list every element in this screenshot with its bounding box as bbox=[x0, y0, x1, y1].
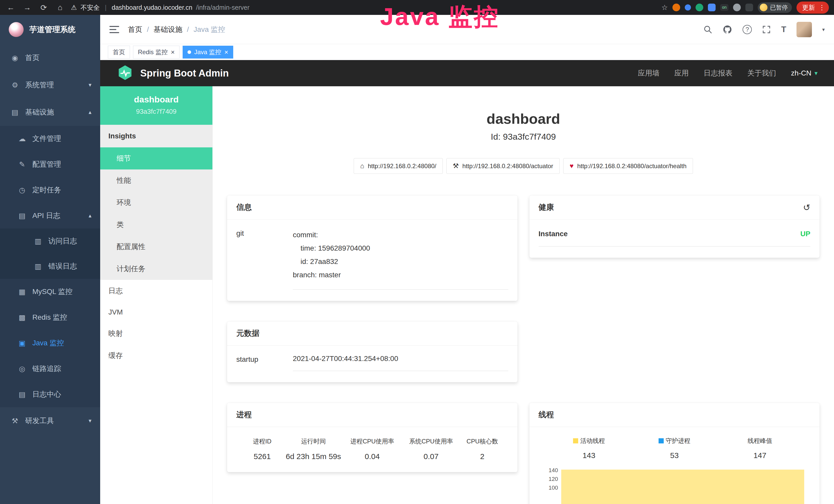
sidebar-item-trace[interactable]: ◎ 链路追踪 bbox=[0, 356, 100, 382]
sidebar-item-java-monitor[interactable]: ▣ Java 监控 bbox=[0, 330, 100, 356]
help-icon[interactable]: ? bbox=[743, 25, 752, 34]
user-avatar[interactable] bbox=[796, 22, 812, 37]
github-icon[interactable] bbox=[723, 25, 732, 35]
sba-locale-select[interactable]: zh-CN ▾ bbox=[791, 69, 817, 77]
browser-back-icon[interactable]: ← bbox=[5, 3, 17, 12]
metadata-card-title: 元数据 bbox=[236, 328, 259, 339]
chevron-up-icon: ▴ bbox=[89, 212, 91, 219]
search-icon[interactable] bbox=[704, 25, 712, 34]
sidebar-item-error-logs[interactable]: ▥ 错误日志 bbox=[0, 254, 100, 279]
main-column: 首页 / 基础设施 / Java 监控 ? bbox=[100, 15, 834, 504]
instance-health-link[interactable]: ♥ http://192.168.0.2:48080/actuator/heal… bbox=[563, 158, 693, 174]
y-axis-tick: 140 bbox=[543, 467, 558, 474]
tab-redis-monitor[interactable]: Redis 监控 × bbox=[133, 46, 179, 59]
sba-instance-header[interactable]: dashboard 93a3fc7f7409 bbox=[100, 86, 213, 125]
sba-menu-environment[interactable]: 环境 bbox=[100, 191, 213, 214]
bookmark-star-icon[interactable]: ☆ bbox=[661, 3, 668, 12]
metric-value: 0.07 bbox=[402, 452, 461, 461]
browser-forward-icon[interactable]: → bbox=[22, 3, 33, 12]
browser-home-icon[interactable]: ⌂ bbox=[54, 3, 66, 12]
update-label: 更新 bbox=[802, 3, 815, 12]
instance-home-link[interactable]: ⌂ http://192.168.0.2:48080/ bbox=[354, 158, 443, 174]
extension-icon-gray[interactable] bbox=[733, 4, 741, 11]
app-logo[interactable]: 芋道管理系统 bbox=[0, 15, 100, 44]
sba-menu-caches[interactable]: 缓存 bbox=[100, 345, 213, 367]
extension-icon-on-badge[interactable]: on bbox=[720, 4, 728, 11]
instance-links: ⌂ http://192.168.0.2:48080/ ⚒ http://192… bbox=[227, 158, 820, 174]
tab-label: Redis 监控 bbox=[138, 48, 168, 56]
sba-menu-mappings[interactable]: 映射 bbox=[100, 322, 213, 345]
breadcrumb-home[interactable]: 首页 bbox=[128, 25, 142, 35]
extensions-puzzle-icon[interactable] bbox=[745, 4, 753, 11]
sba-menu-logs[interactable]: 日志 bbox=[100, 280, 213, 302]
fullscreen-icon[interactable] bbox=[762, 25, 771, 34]
sba-content: dashboard Id: 93a3fc7f7409 ⌂ http://192.… bbox=[213, 86, 834, 504]
sidebar-item-system-management[interactable]: ⚙ 系统管理 ▾ bbox=[0, 71, 100, 98]
browser-profile-chip[interactable]: 已暂停 bbox=[758, 2, 792, 13]
sidebar-item-log-center[interactable]: ▤ 日志中心 bbox=[0, 382, 100, 407]
sba-nav-journal[interactable]: 日志报表 bbox=[704, 68, 732, 78]
sidebar-item-infrastructure[interactable]: ▤ 基础设施 ▴ bbox=[0, 98, 100, 126]
sba-logo-icon[interactable] bbox=[117, 64, 134, 82]
sba-nav-applications[interactable]: 应用 bbox=[675, 68, 689, 78]
close-icon[interactable]: × bbox=[171, 49, 175, 55]
tab-java-monitor[interactable]: Java 监控 × bbox=[183, 46, 233, 59]
sidebar-item-mysql-monitor[interactable]: ▦ MySQL 监控 bbox=[0, 279, 100, 304]
sidebar-item-label: Java 监控 bbox=[32, 338, 64, 348]
extension-icon-green-circle[interactable] bbox=[696, 4, 703, 11]
sba-menu-performance[interactable]: 性能 bbox=[100, 169, 213, 191]
sba-nav-about[interactable]: 关于我们 bbox=[747, 68, 776, 78]
sba-menu-details[interactable]: 细节 bbox=[100, 147, 213, 169]
close-icon[interactable]: × bbox=[224, 49, 228, 55]
sba-nav-wallboard[interactable]: 应用墙 bbox=[638, 68, 660, 78]
extension-icon-blue-drop[interactable] bbox=[685, 4, 691, 10]
legend-label: 守护进程 bbox=[666, 437, 690, 445]
app-sidebar: 芋道管理系统 ◉ 首页 ⚙ 系统管理 ▾ ▤ 基础设施 ▴ ☁ bbox=[0, 15, 100, 504]
y-axis-tick: 100 bbox=[543, 484, 558, 491]
sba-menu-scheduled-tasks[interactable]: 计划任务 bbox=[100, 258, 213, 280]
sba-brand-title[interactable]: Spring Boot Admin bbox=[140, 68, 229, 79]
sidebar-item-access-logs[interactable]: ▥ 访问日志 bbox=[0, 229, 100, 254]
history-icon[interactable]: ↺ bbox=[803, 202, 811, 212]
log-center-icon: ▤ bbox=[18, 390, 27, 399]
sidebar-item-home[interactable]: ◉ 首页 bbox=[0, 44, 100, 71]
app-title: 芋道管理系统 bbox=[29, 24, 75, 35]
sidebar-item-scheduled-jobs[interactable]: ◷ 定时任务 bbox=[0, 177, 100, 203]
sba-menu-config-props[interactable]: 配置属性 bbox=[100, 236, 213, 258]
sidebar-item-dev-tools[interactable]: ⚒ 研发工具 ▾ bbox=[0, 407, 100, 434]
browser-address-bar[interactable]: ⚠ 不安全 | dashboard.yudao.iocoder.cn/infra… bbox=[71, 3, 656, 12]
eye-icon: ◎ bbox=[18, 365, 27, 373]
health-card-title: 健康 bbox=[539, 202, 554, 212]
browser-reload-icon[interactable]: ⟳ bbox=[38, 3, 49, 12]
legend-daemon-threads: 守护进程 53 bbox=[632, 437, 717, 460]
sba-menu-jvm[interactable]: JVM bbox=[100, 302, 213, 322]
instance-actuator-link[interactable]: ⚒ http://192.168.0.2:48080/actuator bbox=[446, 158, 560, 174]
sidebar-item-file-management[interactable]: ☁ 文件管理 bbox=[0, 126, 100, 152]
browser-update-button[interactable]: 更新 ⋮ bbox=[796, 2, 829, 14]
metric-label: 系统CPU使用率 bbox=[402, 437, 461, 445]
chart-plot-area bbox=[561, 468, 805, 504]
sidebar-item-redis-monitor[interactable]: ▩ Redis 监控 bbox=[0, 304, 100, 330]
chevron-up-icon: ▴ bbox=[89, 109, 91, 116]
hamburger-menu-icon[interactable] bbox=[109, 26, 119, 33]
extension-icon-orange[interactable] bbox=[673, 4, 680, 11]
extension-icon-blue-grid[interactable] bbox=[708, 4, 716, 11]
git-id-line: id: 27aa832 bbox=[293, 255, 508, 268]
kebab-menu-icon[interactable]: ⋮ bbox=[818, 4, 825, 12]
tab-label: Java 监控 bbox=[194, 48, 221, 56]
font-size-icon[interactable]: T bbox=[781, 25, 786, 34]
instance-id-line: Id: 93a3fc7f7409 bbox=[227, 132, 820, 142]
sidebar-item-label: 定时任务 bbox=[32, 185, 61, 195]
edit-icon: ✎ bbox=[18, 160, 27, 169]
breadcrumb-current: Java 监控 bbox=[194, 25, 225, 35]
breadcrumb-infrastructure[interactable]: 基础设施 bbox=[154, 25, 182, 35]
sidebar-item-api-logs[interactable]: ▤ API 日志 ▴ bbox=[0, 203, 100, 229]
sidebar-item-label: 系统管理 bbox=[25, 80, 54, 90]
locale-label: zh-CN bbox=[791, 69, 811, 77]
tab-home[interactable]: 首页 bbox=[108, 46, 130, 59]
sidebar-item-label: 基础设施 bbox=[25, 107, 54, 117]
sidebar-item-config-management[interactable]: ✎ 配置管理 bbox=[0, 152, 100, 177]
app-body: 芋道管理系统 ◉ 首页 ⚙ 系统管理 ▾ ▤ 基础设施 ▴ ☁ bbox=[0, 15, 834, 504]
sba-menu-classes[interactable]: 类 bbox=[100, 214, 213, 236]
avatar-caret-icon[interactable]: ▾ bbox=[822, 26, 825, 32]
